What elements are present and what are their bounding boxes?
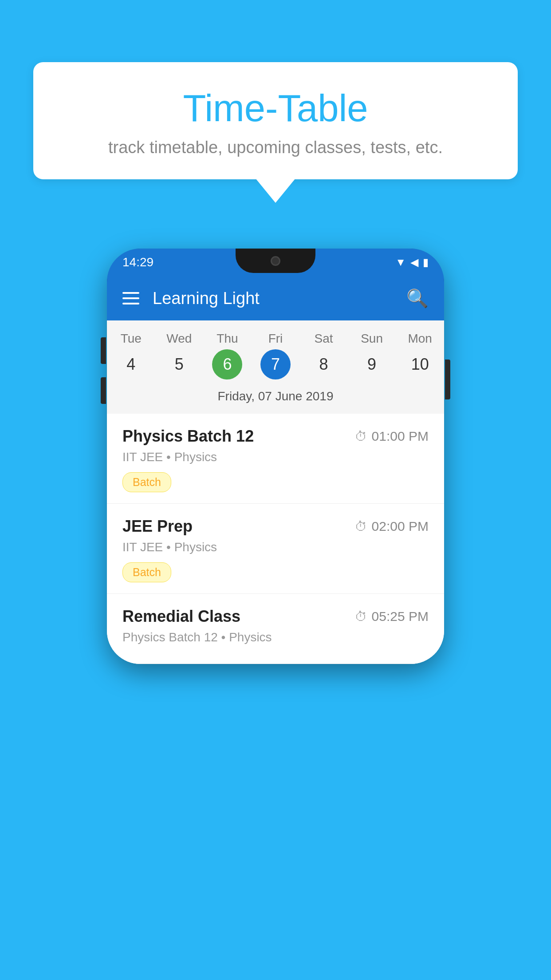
- main-title: Time-Table: [64, 87, 487, 130]
- day-label-thu: Thu: [216, 332, 238, 346]
- speech-bubble: Time-Table track timetable, upcoming cla…: [33, 62, 518, 179]
- selected-date: Friday, 07 June 2019: [107, 384, 444, 407]
- app-title: Learning Light: [153, 289, 393, 308]
- status-icons: ▼ ◀ ▮: [395, 256, 429, 269]
- day-label-wed: Wed: [166, 332, 192, 346]
- app-bar: Learning Light 🔍: [107, 276, 444, 320]
- volume-up-button: [101, 337, 106, 364]
- item-time-2: ⏱ 02:00 PM: [355, 519, 429, 534]
- day-mon[interactable]: Mon 10: [398, 332, 442, 379]
- days-row: Tue 4 Wed 5 Thu 6 Fri 7: [107, 332, 444, 379]
- schedule-item-3[interactable]: Remedial Class ⏱ 05:25 PM Physics Batch …: [107, 594, 444, 664]
- wifi-icon: ▼: [395, 256, 406, 269]
- volume-down-button: [101, 377, 106, 404]
- item-subtitle-1: IIT JEE • Physics: [122, 450, 429, 464]
- day-label-tue: Tue: [121, 332, 142, 346]
- menu-button[interactable]: [122, 292, 139, 304]
- phone-frame: 14:29 ▼ ◀ ▮ Learning Light 🔍: [107, 249, 444, 664]
- day-label-fri: Fri: [268, 332, 283, 346]
- notch: [236, 249, 315, 273]
- calendar-strip: Tue 4 Wed 5 Thu 6 Fri 7: [107, 320, 444, 414]
- main-subtitle: track timetable, upcoming classes, tests…: [64, 138, 487, 157]
- item-header-3: Remedial Class ⏱ 05:25 PM: [122, 607, 429, 626]
- clock-icon-2: ⏱: [355, 519, 367, 534]
- item-header-2: JEE Prep ⏱ 02:00 PM: [122, 517, 429, 536]
- day-label-sat: Sat: [315, 332, 333, 346]
- signal-icon: ◀: [410, 256, 418, 269]
- day-number-6: 6: [212, 349, 242, 379]
- search-icon[interactable]: 🔍: [406, 288, 429, 309]
- batch-tag-1: Batch: [122, 472, 171, 492]
- power-button: [445, 360, 450, 399]
- item-subtitle-3: Physics Batch 12 • Physics: [122, 630, 429, 644]
- item-time-3: ⏱ 05:25 PM: [355, 609, 429, 624]
- day-number-8: 8: [309, 349, 339, 379]
- day-tue[interactable]: Tue 4: [109, 332, 153, 379]
- day-number-9: 9: [357, 349, 387, 379]
- speech-bubble-container: Time-Table track timetable, upcoming cla…: [33, 62, 518, 203]
- day-label-mon: Mon: [408, 332, 432, 346]
- phone-screen: 14:29 ▼ ◀ ▮ Learning Light 🔍: [107, 249, 444, 664]
- day-fri[interactable]: Fri 7: [253, 332, 298, 379]
- day-number-4: 4: [116, 349, 146, 379]
- day-number-7: 7: [260, 349, 291, 379]
- item-title-3: Remedial Class: [122, 607, 240, 626]
- clock-icon-1: ⏱: [355, 429, 367, 444]
- status-time: 14:29: [122, 255, 153, 269]
- screen-content: Tue 4 Wed 5 Thu 6 Fri 7: [107, 320, 444, 664]
- day-label-sun: Sun: [361, 332, 383, 346]
- day-sat[interactable]: Sat 8: [302, 332, 346, 379]
- camera: [271, 256, 280, 266]
- item-time-1: ⏱ 01:00 PM: [355, 429, 429, 444]
- day-wed[interactable]: Wed 5: [157, 332, 201, 379]
- batch-tag-2: Batch: [122, 562, 171, 582]
- day-sun[interactable]: Sun 9: [350, 332, 394, 379]
- battery-icon: ▮: [423, 256, 429, 269]
- phone-mockup: 14:29 ▼ ◀ ▮ Learning Light 🔍: [107, 249, 444, 664]
- item-title-1: Physics Batch 12: [122, 427, 254, 446]
- day-number-5: 5: [164, 349, 194, 379]
- item-subtitle-2: IIT JEE • Physics: [122, 540, 429, 554]
- bubble-arrow: [256, 178, 295, 203]
- schedule-item-1[interactable]: Physics Batch 12 ⏱ 01:00 PM IIT JEE • Ph…: [107, 414, 444, 504]
- day-thu[interactable]: Thu 6: [205, 332, 249, 379]
- item-header-1: Physics Batch 12 ⏱ 01:00 PM: [122, 427, 429, 446]
- item-title-2: JEE Prep: [122, 517, 193, 536]
- day-number-10: 10: [405, 349, 435, 379]
- schedule-item-2[interactable]: JEE Prep ⏱ 02:00 PM IIT JEE • Physics Ba…: [107, 504, 444, 594]
- clock-icon-3: ⏱: [355, 609, 367, 624]
